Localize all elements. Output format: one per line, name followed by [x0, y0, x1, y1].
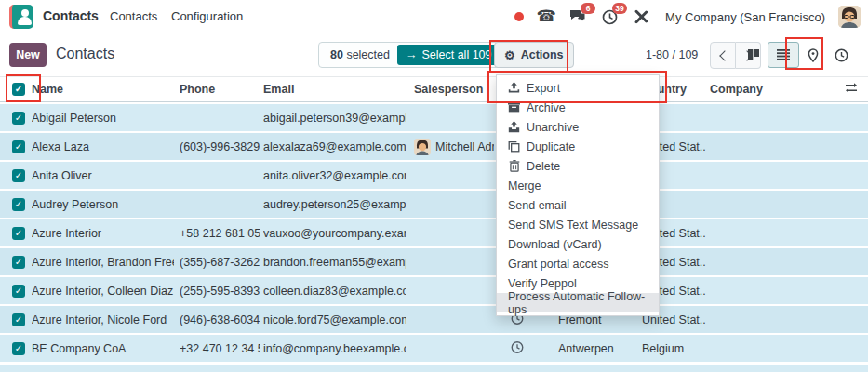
- table-row[interactable]: ✓ Audrey Peterson audrey.peterson25@exam…: [0, 191, 868, 218]
- select-all-checkbox[interactable]: ✓: [12, 83, 25, 96]
- upload-icon: [508, 82, 520, 94]
- optional-columns-button[interactable]: [845, 83, 865, 97]
- row-checkbox[interactable]: ✓: [12, 285, 25, 298]
- menu-item-archive[interactable]: Archive: [497, 98, 659, 117]
- row-checkbox[interactable]: ✓: [12, 169, 25, 182]
- recording-dot-icon: [514, 12, 524, 21]
- unarchive-icon: [508, 121, 520, 133]
- messages-badge: 6: [581, 3, 595, 14]
- table-row[interactable]: ✓ Azure Interior +58 212 681 0538 vauxoo…: [0, 219, 868, 246]
- row-checkbox[interactable]: ✓: [12, 112, 25, 125]
- row-checkbox[interactable]: ✓: [12, 140, 25, 153]
- table-row[interactable]: ✓ Alexa Laza (603)-996-3829 alexalaza69@…: [0, 133, 868, 160]
- table-row[interactable]: ✓ BE Company CoA +32 470 12 34 56 info@c…: [0, 335, 868, 362]
- table-header-row: ✓ Name Phone Email Salesperson City Coun…: [0, 76, 868, 102]
- contact-email: audrey.peterson25@example...: [263, 198, 406, 211]
- app-name[interactable]: Contacts: [43, 8, 99, 23]
- menu-configuration[interactable]: Configuration: [171, 9, 243, 23]
- list-icon: [777, 49, 790, 60]
- contact-email: colleen.diaz83@example.com: [263, 285, 406, 298]
- trash-icon: [508, 160, 520, 172]
- table-row[interactable]: ✓ Azure Interior, Colleen Diaz (255)-595…: [0, 277, 868, 304]
- pager-previous-button[interactable]: [710, 42, 736, 69]
- control-panel: New Contacts 80 selected → Select all 10…: [0, 33, 868, 76]
- row-checkbox[interactable]: ✓: [12, 256, 25, 269]
- menu-item-unarchive[interactable]: Unarchive: [497, 117, 659, 137]
- menu-item-duplicate[interactable]: Duplicate: [497, 137, 659, 156]
- contact-email: vauxoo@yourcompany.exam...: [263, 227, 406, 240]
- contact-email: anita.oliver32@example.com: [263, 169, 406, 182]
- contacts-app-icon[interactable]: [9, 5, 33, 29]
- top-navbar: Contacts Contacts Configuration ☎ 6 39: [0, 0, 868, 34]
- contact-email: abigail.peterson39@example...: [263, 112, 406, 125]
- column-header-phone[interactable]: Phone: [180, 83, 260, 96]
- kanban-icon: [747, 48, 760, 61]
- contact-country: Belgium: [642, 342, 706, 355]
- column-header-company[interactable]: Company: [710, 83, 840, 96]
- menu-item-grant-portal-access[interactable]: Grant portal access: [497, 254, 659, 273]
- table-row[interactable]: ✓ Azure Interior, Nicole Ford (946)-638-…: [0, 306, 868, 333]
- contact-name: Alexa Laza: [32, 140, 174, 153]
- table-row[interactable]: ✓ Abigail Peterson abigail.peterson39@ex…: [0, 104, 868, 131]
- contact-email: nicole.ford75@example.com: [263, 313, 406, 326]
- menu-item-process-automatic-followups[interactable]: Process Automatic Follow-ups: [497, 293, 659, 312]
- table-row[interactable]: ✓ Anita Oliver anita.oliver32@example.co…: [0, 162, 868, 189]
- column-header-name[interactable]: Name: [32, 83, 174, 96]
- row-checkbox[interactable]: ✓: [12, 198, 25, 211]
- actions-button[interactable]: ⚙ Actions: [494, 42, 574, 68]
- contact-email: info@company.beexample.c...: [263, 342, 406, 355]
- gear-icon: ⚙: [504, 49, 515, 61]
- contact-phone: +58 212 681 0538: [180, 227, 260, 240]
- contact-phone: (946)-638-6034: [180, 313, 260, 326]
- list-view-button[interactable]: [768, 42, 799, 68]
- contact-name: BE Company CoA: [32, 342, 174, 355]
- person-icon: [21, 9, 29, 17]
- messages-icon[interactable]: 6: [568, 7, 587, 26]
- contact-phone: +32 470 12 34 56: [180, 342, 260, 355]
- pager-range: 1-80 / 109: [646, 48, 698, 61]
- archive-box-icon: [508, 101, 520, 113]
- map-view-button[interactable]: [799, 42, 827, 68]
- column-adjust-icon: [845, 83, 858, 94]
- activity-view-button[interactable]: [827, 42, 855, 68]
- menu-item-merge[interactable]: Merge: [497, 176, 659, 195]
- voip-phone-icon[interactable]: ☎: [537, 7, 555, 26]
- chevron-left-icon: [719, 50, 729, 60]
- arrow-right-icon: →: [406, 48, 418, 61]
- menu-contacts[interactable]: Contacts: [110, 9, 157, 23]
- contact-email: alexalaza69@example.com: [263, 140, 406, 153]
- contact-name: Azure Interior: [32, 227, 174, 240]
- contact-name: Anita Oliver: [32, 169, 174, 182]
- contact-name: Azure Interior, Nicole Ford: [32, 313, 174, 326]
- menu-item-download-vcard[interactable]: Download (vCard): [497, 234, 659, 254]
- next-row-sliver: [0, 365, 868, 372]
- contact-city: Antwerpen: [558, 342, 637, 355]
- activity-clock-icon: [511, 340, 524, 353]
- column-header-salesperson[interactable]: Salesperson: [414, 83, 494, 96]
- tools-icon[interactable]: [632, 7, 650, 26]
- column-header-email[interactable]: Email: [263, 83, 406, 96]
- contact-phone: (255)-595-8393: [180, 285, 260, 298]
- salesperson-avatar: [414, 139, 431, 155]
- table-row[interactable]: ✓ Azure Interior, Brandon Free... (355)-…: [0, 248, 868, 275]
- contact-name: Abigail Peterson: [32, 112, 174, 125]
- menu-item-send-sms[interactable]: Send SMS Text Message: [497, 215, 659, 234]
- row-checkbox[interactable]: ✓: [12, 227, 25, 240]
- menu-item-delete[interactable]: Delete: [497, 156, 659, 176]
- select-all-button[interactable]: → Select all 109: [397, 45, 501, 65]
- menu-item-send-email[interactable]: Send email: [497, 195, 659, 215]
- contact-name: Azure Interior, Colleen Diaz: [32, 285, 174, 298]
- contact-email: brandon.freeman55@exampl...: [263, 256, 406, 269]
- menu-item-export[interactable]: Export: [497, 78, 659, 98]
- row-checkbox[interactable]: ✓: [12, 342, 25, 355]
- activities-icon[interactable]: 39: [600, 7, 619, 26]
- map-pin-icon: [808, 48, 819, 62]
- kanban-view-button[interactable]: [740, 42, 768, 68]
- new-button[interactable]: New: [9, 43, 47, 67]
- contact-phone: (603)-996-3829: [180, 140, 260, 153]
- view-switcher: [740, 42, 855, 68]
- selection-count-label: 80 selected: [330, 48, 390, 61]
- user-avatar[interactable]: [838, 6, 861, 28]
- row-checkbox[interactable]: ✓: [12, 313, 25, 326]
- company-switcher[interactable]: My Company (San Francisco): [665, 10, 825, 24]
